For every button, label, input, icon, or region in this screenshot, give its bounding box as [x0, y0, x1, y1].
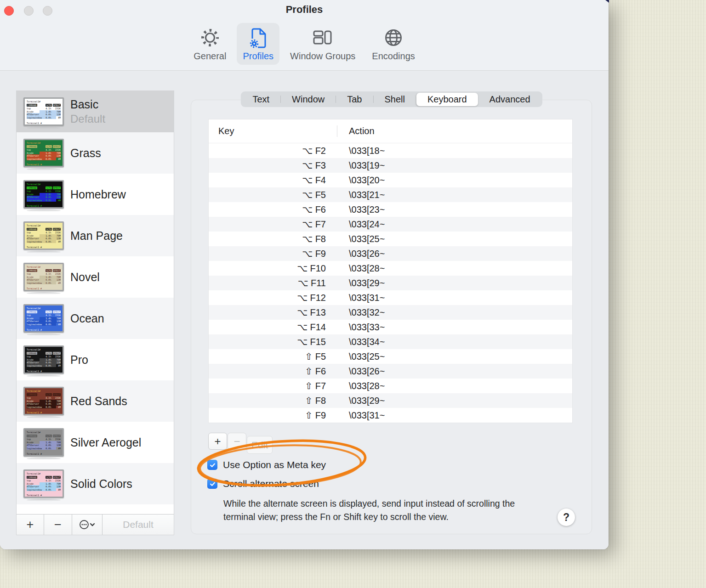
key-mapping-row[interactable]: ⌥ F6\033[23~ [209, 202, 572, 217]
checkmark-icon [209, 462, 216, 469]
tab-keyboard[interactable]: Keyboard [416, 93, 478, 106]
window-title: Profiles [0, 4, 609, 16]
tab-window[interactable]: Window [281, 93, 336, 106]
profile-row-grass[interactable]: Terminal1#COMMAND%CPURPRVTtop4.1%231KXco… [17, 132, 174, 174]
key-mapping-row[interactable]: ⇧ F8\033[29~ [209, 393, 572, 408]
key-mapping-row[interactable]: ⌥ F15\033[34~ [209, 334, 572, 349]
key-cell: ⌥ F5 [209, 189, 337, 200]
key-mapping-row[interactable]: ⌥ F11\033[29~ [209, 276, 572, 290]
profile-row-basic[interactable]: Terminal1#COMMAND%CPURPRVTtop4.1%231KXco… [17, 91, 174, 132]
profile-row-man-page[interactable]: Terminal1#COMMAND%CPURPRVTtop4.1%231KXco… [17, 215, 174, 256]
tab-advanced[interactable]: Advanced [478, 93, 541, 106]
profile-thumbnail: Terminal1#COMMAND%CPURPRVTtop4.1%231KXco… [23, 304, 64, 333]
action-cell: \033[26~ [337, 249, 385, 259]
profile-row-homebrew[interactable]: Terminal1#COMMAND%CPURPRVTtop4.1%231KXco… [17, 174, 174, 215]
toolbar-item-encodings[interactable]: Encodings [366, 23, 421, 65]
key-cell: ⌥ F15 [209, 336, 337, 347]
profile-labels: Man Page [70, 229, 123, 243]
remove-profile-button[interactable]: − [44, 514, 72, 535]
profile-name: Silver Aerogel [70, 436, 141, 449]
globe-icon [382, 26, 404, 49]
profile-thumbnail: Terminal1#COMMAND%CPURPRVTtop4.1%231KXco… [23, 345, 64, 374]
key-mapping-row[interactable]: ⌥ F14\033[33~ [209, 320, 572, 334]
profile-row-silver-aerogel[interactable]: Terminal1#COMMAND%CPURPRVTtop4.1%231KXco… [17, 422, 174, 463]
toolbar-label: Profiles [243, 51, 273, 62]
action-cell: \033[31~ [337, 410, 385, 421]
profile-row-pro[interactable]: Terminal1#COMMAND%CPURPRVTtop4.1%231KXco… [17, 339, 174, 380]
tab-tab[interactable]: Tab [336, 93, 373, 106]
edit-key-mapping-button[interactable]: Edit [247, 436, 273, 454]
help-button[interactable]: ? [558, 509, 575, 526]
action-cell: \033[29~ [337, 278, 385, 288]
add-key-mapping-button[interactable]: + [208, 433, 227, 450]
key-mapping-row[interactable]: ⇧ F6\033[26~ [209, 364, 572, 379]
action-cell: \033[34~ [337, 337, 385, 347]
profile-labels: Ocean [70, 312, 104, 325]
key-cell: ⌥ F14 [209, 322, 337, 333]
key-mapping-row[interactable]: ⇧ F7\033[28~ [209, 379, 572, 393]
key-mapping-row[interactable]: ⌥ F10\033[28~ [209, 261, 572, 276]
checkmark-icon [209, 481, 216, 487]
toolbar-item-general[interactable]: General [188, 23, 232, 65]
profile-thumbnail: Terminal1#COMMAND%CPURPRVTtop4.1%231KXco… [23, 97, 64, 126]
action-cell: \033[26~ [337, 366, 385, 377]
key-mapping-row[interactable]: ⌥ F4\033[20~ [209, 173, 572, 187]
profile-thumbnail: Terminal1#COMMAND%CPURPRVTtop4.1%231KXco… [23, 428, 64, 457]
key-cell: ⌥ F12 [209, 292, 337, 303]
key-mapping-row[interactable]: ⌥ F2\033[18~ [209, 143, 572, 158]
remove-key-mapping-button[interactable]: − [228, 433, 246, 450]
profile-sidebar: Terminal1#COMMAND%CPURPRVTtop4.1%231KXco… [16, 90, 174, 535]
profile-row-red-sands[interactable]: Terminal1#COMMAND%CPURPRVTtop4.1%231KXco… [17, 380, 174, 422]
toolbar-label: General [194, 51, 226, 62]
profile-labels: Homebrew [70, 188, 126, 201]
key-cell: ⌥ F10 [209, 263, 337, 274]
action-cell: \033[25~ [337, 234, 385, 244]
profile-labels: BasicDefault [70, 98, 105, 125]
action-cell: \033[24~ [337, 219, 385, 230]
checkbox-checked[interactable] [207, 479, 217, 489]
profile-name: Man Page [70, 229, 123, 243]
checkbox-checked[interactable] [207, 460, 217, 470]
profile-labels: Solid Colors [70, 477, 132, 491]
profile-row-ocean[interactable]: Terminal1#COMMAND%CPURPRVTtop4.1%231KXco… [17, 298, 174, 339]
column-header-key[interactable]: Key [209, 126, 337, 136]
profile-subtitle: Default [70, 113, 105, 125]
profile-name: Homebrew [70, 188, 126, 201]
action-cell: \033[29~ [337, 396, 385, 406]
key-cell: ⇧ F9 [209, 410, 337, 421]
profile-row-novel[interactable]: Terminal1#COMMAND%CPURPRVTtop4.1%231KXco… [17, 256, 174, 298]
window-groups-icon [312, 26, 334, 49]
key-mapping-row[interactable]: ⌥ F5\033[21~ [209, 187, 572, 202]
toolbar-item-profiles[interactable]: Profiles [237, 23, 279, 65]
profile-labels: Grass [70, 147, 101, 160]
key-cell: ⌥ F13 [209, 307, 337, 318]
add-profile-button[interactable]: + [17, 514, 44, 535]
key-mapping-row[interactable]: ⌥ F3\033[19~ [209, 158, 572, 173]
key-mapping-row[interactable]: ⌥ F13\033[32~ [209, 305, 572, 320]
profile-thumbnail: Terminal1#COMMAND%CPURPRVTtop4.1%231KXco… [23, 263, 64, 291]
titlebar: Profiles General [0, 0, 609, 71]
action-cell: \033[19~ [337, 160, 385, 171]
key-mapping-row[interactable]: ⌥ F9\033[26~ [209, 246, 572, 261]
action-cell: \033[20~ [337, 175, 385, 186]
key-mapping-row[interactable]: ⌥ F12\033[31~ [209, 290, 572, 305]
profile-actions-menu-button[interactable] [72, 514, 102, 535]
keyboard-mapping-table: Key Action ⌥ F2\033[18~⌥ F3\033[19~⌥ F4\… [208, 119, 573, 423]
key-mapping-row[interactable]: ⌥ F8\033[25~ [209, 232, 572, 246]
ellipsis-circle-chevron-icon [79, 519, 96, 530]
tab-text[interactable]: Text [241, 93, 280, 106]
profile-thumbnail: Terminal1#COMMAND%CPURPRVTtop4.1%231KXco… [23, 221, 64, 250]
key-cell: ⌥ F2 [209, 145, 337, 156]
profile-row-solid-colors[interactable]: Terminal1#COMMAND%CPURPRVTtop4.1%231KXco… [17, 463, 174, 504]
toolbar-item-window-groups[interactable]: Window Groups [284, 23, 361, 65]
action-cell: \033[28~ [337, 381, 385, 391]
key-cell: ⌥ F11 [209, 277, 337, 288]
tab-shell[interactable]: Shell [374, 93, 416, 106]
key-mapping-row[interactable]: ⌥ F7\033[24~ [209, 217, 572, 232]
column-header-action[interactable]: Action [337, 126, 375, 136]
key-mapping-row[interactable]: ⇧ F5\033[25~ [209, 349, 572, 364]
key-cell: ⌥ F9 [209, 248, 337, 259]
default-button[interactable]: Default [102, 514, 174, 535]
column-divider[interactable] [337, 125, 337, 137]
key-mapping-row[interactable]: ⇧ F9\033[31~ [209, 408, 572, 423]
